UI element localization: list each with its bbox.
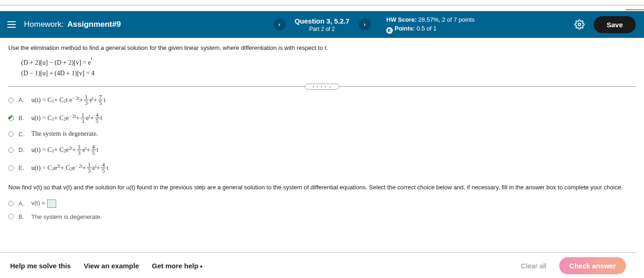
hw-label: Homework: [24, 20, 64, 29]
radio-C[interactable] [8, 131, 14, 137]
check-answer-button[interactable]: Check answer [559, 257, 626, 274]
answer-input[interactable] [47, 199, 56, 208]
clear-all-button[interactable]: Clear all [521, 262, 546, 270]
choice-C[interactable]: C.The system is degenerate. [8, 130, 636, 138]
app-header: Homework: Assignment#9 ‹ Question 3, 5.2… [0, 11, 644, 38]
problem-prompt: Use the elimination method to find a gen… [8, 44, 636, 51]
footer-bar: Help me solve this View an example Get m… [0, 252, 636, 278]
save-button[interactable]: Save [594, 16, 636, 33]
v-choice-A[interactable]: A.v(t) = [8, 199, 636, 208]
v-radio-B[interactable] [8, 214, 14, 219]
help-link[interactable]: Help me solve this [10, 262, 71, 270]
v-prompt: Now find v(t) so that v(t) and the solut… [8, 183, 636, 192]
hw-name: Assignment#9 [67, 20, 121, 29]
separator: • • • • • [8, 84, 636, 90]
v-radio-A[interactable] [8, 201, 14, 206]
choice-A[interactable]: A.u(t) = C1 + C2t e − 2t + 13 et + 75t [8, 94, 636, 106]
next-question-button[interactable]: › [359, 18, 371, 30]
content-scroll[interactable]: Use the elimination method to find a gen… [0, 38, 644, 264]
gear-icon[interactable] [574, 19, 585, 30]
radio-D[interactable] [8, 147, 14, 153]
question-part: Part 2 of 2 [295, 26, 349, 32]
more-help-link[interactable]: Get more help▴ [152, 262, 203, 270]
radio-A[interactable] [8, 97, 14, 103]
progress-icon: ◐ [386, 27, 393, 34]
radio-E[interactable] [8, 165, 14, 171]
example-link[interactable]: View an example [84, 262, 139, 270]
homework-title: Homework: Assignment#9 [24, 20, 121, 29]
prev-question-button[interactable]: ‹ [273, 18, 285, 30]
svg-point-0 [578, 23, 581, 26]
question-nav: ‹ Question 3, 5.2.7 Part 2 of 2 › [273, 17, 371, 32]
v-choice-B[interactable]: B.The system is degenerate. [8, 213, 636, 220]
question-title: Question 3, 5.2.7 [295, 17, 349, 25]
choice-B[interactable]: B.u(t) = C1 + C2 e − 2t + 13 et + 45t [8, 112, 636, 124]
score-block: HW Score: 28.57%, 2 of 7 points ◐Points:… [386, 15, 475, 34]
menu-button[interactable] [5, 18, 18, 30]
system-equations: (D + 2)[u] − (D + 2)[v] = et (D − 1)[u] … [21, 57, 636, 79]
choice-E[interactable]: E.u(t) = C1 e 2t + C2 e − 2t + 13 et + 4… [8, 162, 636, 174]
choice-D[interactable]: D.u(t) = C1 + C2 e 2t + 13 et + 45t [8, 144, 636, 156]
radio-B[interactable] [8, 115, 14, 121]
